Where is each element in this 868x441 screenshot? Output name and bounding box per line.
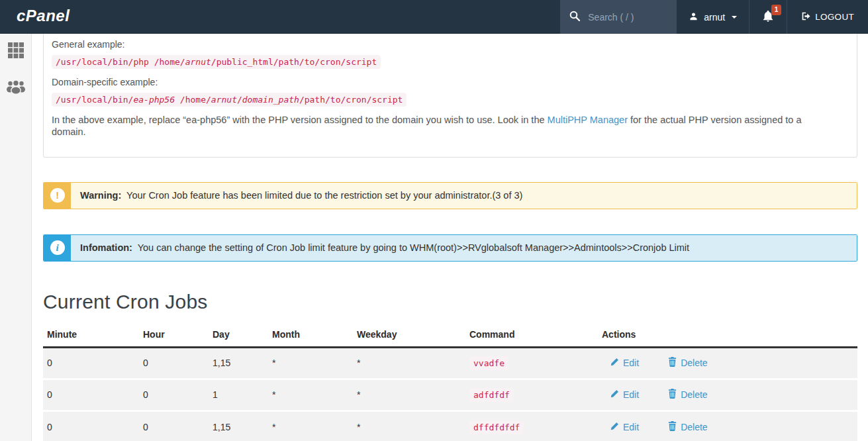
notifications-button[interactable]: 1	[749, 0, 787, 34]
users-icon	[7, 78, 25, 97]
weekday-cell: *	[353, 379, 465, 411]
minute-cell: 0	[43, 411, 139, 441]
command-cell: vvadfe	[465, 347, 598, 379]
table-row: 0 0 1,15 * * dffdfdfdf Edit	[43, 411, 857, 441]
trash-icon	[668, 389, 677, 401]
info-icon: i	[44, 235, 71, 261]
search-icon	[569, 11, 580, 24]
navbar-right: arnut 1 LOGOUT	[560, 0, 868, 34]
left-sidebar	[0, 34, 32, 441]
column-header-hour: Hour	[139, 325, 209, 348]
column-header-day: Day	[209, 325, 268, 348]
edit-button[interactable]: Edit	[610, 358, 639, 369]
edit-button[interactable]: Edit	[610, 389, 639, 401]
sidebar-item-tools[interactable]	[0, 34, 31, 70]
month-cell: *	[268, 411, 353, 441]
cron-jobs-table: Minute Hour Day Month Weekday Command Ac…	[43, 325, 857, 441]
pencil-icon	[610, 422, 619, 433]
logout-button[interactable]: LOGOUT	[787, 0, 868, 34]
minute-cell: 0	[43, 379, 139, 411]
general-example-label: General example:	[52, 39, 849, 50]
pencil-icon	[610, 358, 619, 369]
info-alert: i Infomation: You can change the setting…	[43, 234, 857, 262]
actions-cell: Edit Delete	[598, 379, 857, 411]
trash-icon	[668, 421, 677, 433]
weekday-cell: *	[353, 347, 465, 379]
minute-cell: 0	[43, 347, 139, 379]
multiphp-manager-link[interactable]: MultiPHP Manager	[548, 115, 628, 125]
command-cell: dffdfdfdf	[465, 411, 598, 441]
main-content: General example: /usr/local/bin/php /hom…	[0, 0, 868, 441]
page-title: Current Cron Jobs	[43, 291, 857, 313]
column-header-actions: Actions	[598, 325, 857, 348]
domain-example-label: Domain-specific example:	[52, 77, 849, 87]
domain-example-code: /usr/local/bin/ea-php56 /home/arnut/doma…	[52, 93, 407, 107]
warning-alert: ! Warning: Your Cron Job feature has bee…	[43, 182, 857, 209]
month-cell: *	[268, 379, 353, 411]
day-cell: 1,15	[209, 411, 268, 441]
command-cell: adfdfdf	[465, 379, 598, 411]
delete-button[interactable]: Delete	[668, 357, 707, 369]
month-cell: *	[268, 347, 353, 379]
search-box[interactable]	[560, 0, 677, 34]
delete-button[interactable]: Delete	[668, 421, 707, 433]
php-version-note: In the above example, replace “ea-php56”…	[52, 114, 833, 138]
pencil-icon	[610, 389, 619, 401]
trash-icon	[668, 357, 677, 369]
general-example-code: /usr/local/bin/php /home/arnut/public_ht…	[52, 55, 381, 69]
grid-apps-icon	[8, 42, 24, 61]
edit-button[interactable]: Edit	[610, 422, 639, 433]
hour-cell: 0	[139, 379, 209, 411]
notification-badge: 1	[771, 5, 782, 15]
warning-alert-text: Warning: Your Cron Job feature has been …	[71, 183, 857, 209]
cpanel-logo[interactable]: cPanel	[0, 0, 70, 34]
table-row: 0 0 1 * * adfdfdf Edit	[43, 379, 857, 411]
column-header-minute: Minute	[43, 325, 139, 348]
column-header-month: Month	[268, 325, 353, 348]
weekday-cell: *	[353, 411, 465, 441]
user-menu[interactable]: arnut	[677, 0, 749, 34]
hour-cell: 0	[139, 347, 209, 379]
search-input[interactable]	[587, 11, 666, 23]
table-row: 0 0 1,15 * * vvadfe Edit	[43, 347, 857, 379]
column-header-weekday: Weekday	[353, 325, 465, 348]
table-header-row: Minute Hour Day Month Weekday Command Ac…	[43, 325, 857, 348]
delete-button[interactable]: Delete	[668, 389, 707, 401]
logout-label: LOGOUT	[815, 12, 854, 22]
actions-cell: Edit Delete	[598, 411, 857, 441]
cron-examples-panel: General example: /usr/local/bin/php /hom…	[43, 34, 857, 158]
sidebar-item-user-manager[interactable]	[0, 70, 31, 106]
chevron-down-icon	[732, 16, 737, 19]
warning-icon: !	[44, 183, 71, 209]
day-cell: 1	[209, 379, 268, 411]
actions-cell: Edit Delete	[598, 347, 857, 379]
top-navbar: cPanel arnut 1 LOGOUT	[0, 0, 868, 34]
info-alert-text: Infomation: You can change the setting o…	[71, 235, 857, 261]
hour-cell: 0	[139, 411, 209, 441]
column-header-command: Command	[465, 325, 598, 348]
day-cell: 1,15	[209, 347, 268, 379]
username-label: arnut	[704, 12, 725, 23]
user-icon	[689, 11, 699, 23]
logout-icon	[801, 11, 811, 23]
